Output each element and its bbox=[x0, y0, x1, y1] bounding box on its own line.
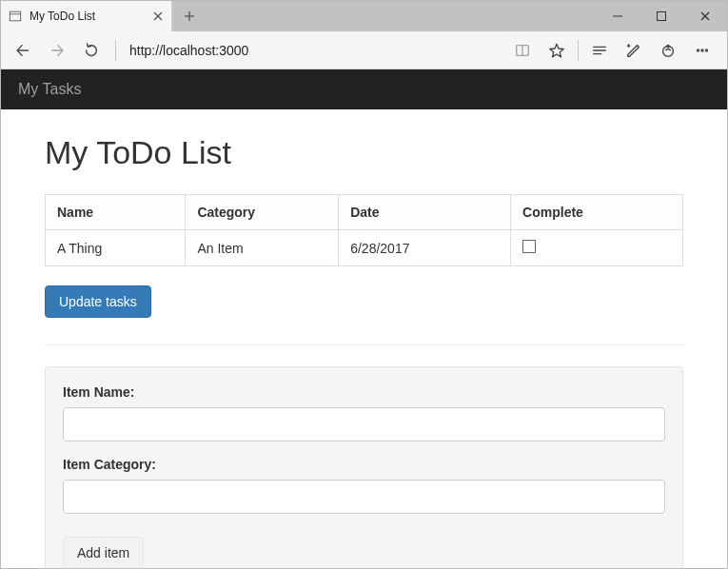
book-icon bbox=[514, 42, 531, 59]
minimize-button[interactable] bbox=[596, 1, 639, 31]
more-button[interactable] bbox=[685, 36, 719, 65]
share-button[interactable] bbox=[651, 36, 685, 65]
separator bbox=[115, 40, 116, 61]
titlebar: My ToDo List bbox=[1, 1, 727, 31]
col-date: Date bbox=[339, 195, 511, 230]
svg-rect-7 bbox=[658, 12, 666, 21]
cell-date: 6/28/2017 bbox=[339, 230, 511, 266]
browser-tab[interactable]: My ToDo List bbox=[1, 1, 172, 31]
page-container: My ToDo List Name Category Date Complete… bbox=[1, 109, 727, 568]
browser-toolbar bbox=[1, 31, 727, 69]
col-name: Name bbox=[46, 195, 186, 230]
update-tasks-button[interactable]: Update tasks bbox=[45, 285, 151, 318]
app-navbar: My Tasks bbox=[1, 69, 727, 109]
cell-complete bbox=[511, 230, 683, 266]
cell-category: An Item bbox=[186, 230, 339, 266]
back-button[interactable] bbox=[9, 36, 37, 65]
item-category-input[interactable] bbox=[63, 480, 665, 514]
svg-point-21 bbox=[697, 49, 698, 50]
item-name-label: Item Name: bbox=[63, 384, 665, 400]
add-item-form: Item Name: Item Category: Add item bbox=[45, 366, 683, 568]
hub-icon bbox=[591, 42, 608, 59]
refresh-icon bbox=[83, 42, 100, 59]
new-tab-button[interactable] bbox=[172, 1, 207, 31]
tasks-table: Name Category Date Complete A Thing An I… bbox=[45, 194, 683, 266]
window-controls bbox=[596, 1, 727, 31]
table-row: A Thing An Item 6/28/2017 bbox=[46, 230, 683, 266]
reading-view-button[interactable] bbox=[505, 36, 540, 65]
cell-name: A Thing bbox=[46, 230, 186, 266]
table-header-row: Name Category Date Complete bbox=[46, 195, 683, 230]
page-icon bbox=[9, 10, 22, 23]
svg-rect-0 bbox=[10, 11, 20, 21]
forward-arrow-icon bbox=[49, 42, 66, 59]
divider bbox=[45, 344, 683, 345]
note-icon bbox=[625, 42, 642, 59]
star-icon bbox=[548, 42, 565, 59]
hub-button[interactable] bbox=[582, 36, 617, 65]
maximize-button[interactable] bbox=[639, 1, 683, 31]
item-name-input[interactable] bbox=[63, 407, 665, 441]
address-bar[interactable] bbox=[126, 37, 500, 64]
maximize-icon bbox=[656, 10, 667, 22]
minimize-icon bbox=[612, 10, 623, 22]
tab-title: My ToDo List bbox=[30, 10, 145, 23]
page-title: My ToDo List bbox=[45, 134, 683, 171]
plus-icon bbox=[183, 10, 196, 23]
complete-checkbox[interactable] bbox=[522, 240, 536, 253]
col-complete: Complete bbox=[511, 195, 683, 230]
add-item-button[interactable]: Add item bbox=[63, 537, 144, 568]
close-tab-icon[interactable] bbox=[152, 10, 164, 22]
web-note-button[interactable] bbox=[617, 36, 651, 65]
col-category: Category bbox=[186, 195, 339, 230]
share-icon bbox=[659, 42, 677, 59]
svg-point-23 bbox=[705, 49, 707, 50]
page-viewport: My Tasks My ToDo List Name Category Date… bbox=[1, 69, 727, 568]
more-icon bbox=[694, 42, 711, 59]
browser-window: My ToDo List My Task bbox=[0, 0, 728, 569]
navbar-brand[interactable]: My Tasks bbox=[18, 81, 81, 97]
close-icon bbox=[699, 10, 711, 22]
favorites-button[interactable] bbox=[540, 36, 574, 65]
back-arrow-icon bbox=[14, 42, 31, 59]
refresh-button[interactable] bbox=[77, 36, 106, 65]
close-button[interactable] bbox=[683, 1, 727, 31]
separator bbox=[578, 40, 579, 61]
item-category-label: Item Category: bbox=[63, 457, 665, 472]
svg-point-22 bbox=[701, 49, 703, 50]
forward-button[interactable] bbox=[43, 36, 71, 65]
